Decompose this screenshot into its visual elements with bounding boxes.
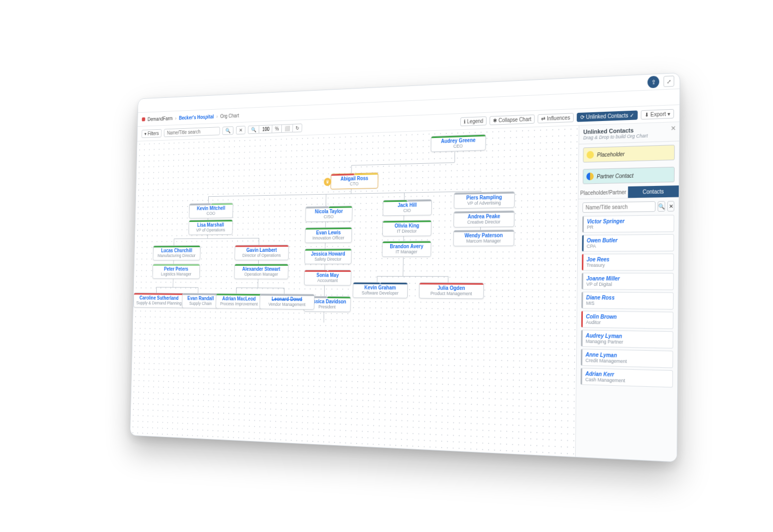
org-node-safety[interactable]: Jessica Howard Safety Director xyxy=(305,248,352,264)
export-button[interactable]: ⬇ Export ▾ xyxy=(641,109,674,119)
contact-card[interactable]: Owen ButlerCPA xyxy=(582,234,674,251)
org-node-swdev[interactable]: Kevin Graham Software Developer xyxy=(352,282,408,298)
contact-role: VP of Digital xyxy=(586,281,670,287)
org-node-ciso[interactable]: Nicola Taylor CISO xyxy=(305,205,352,222)
contact-card[interactable]: Colin BrownAuditor xyxy=(581,311,674,329)
influences-button[interactable]: ⇄ Influences xyxy=(538,112,574,123)
breadcrumb-sep: › xyxy=(175,115,177,120)
org-node-cto[interactable]: ♛ Abigail Ross CTO xyxy=(330,173,378,190)
org-node-supply-chain[interactable]: Evan Randall Supply Chain xyxy=(182,293,220,308)
org-node-innov[interactable]: Evan Lewis Innovation Officer xyxy=(305,227,352,243)
org-node-vp-adv[interactable]: Piers Rampling VP of Advertising xyxy=(454,191,515,209)
org-node-mfg-dir[interactable]: Lucas Churchill Manufacturing Director xyxy=(153,245,200,261)
search-icon: 🔍 xyxy=(251,126,256,132)
unlinked-contacts-button[interactable]: ⟳ Unlinked Contacts ✓ xyxy=(577,110,638,121)
org-node-process[interactable]: Adrian MacLeod Process Improvement xyxy=(215,293,262,309)
breadcrumb-page: Org Chart xyxy=(220,112,239,118)
drop-placeholder[interactable]: Placeholder xyxy=(583,145,675,163)
contact-card[interactable]: Anne LymanCredit Management xyxy=(581,349,673,368)
contact-name: Diane Ross xyxy=(586,294,669,301)
app-logo xyxy=(142,117,145,121)
contact-card[interactable]: Adrian KerrCash Management xyxy=(581,368,673,387)
unlinked-contacts-panel: Unlinked Contacts Drag & Drop to build O… xyxy=(575,122,679,462)
search-icon: 🔍 xyxy=(658,203,665,209)
contact-role: Auditor xyxy=(586,319,669,326)
breadcrumb-account[interactable]: Becker's Hospital xyxy=(179,113,214,120)
contact-card[interactable]: Joanne MillerVP of Digital xyxy=(582,272,674,290)
app-window: ⇪ ⤢ DemandFarm › Becker's Hospital › Org… xyxy=(130,72,680,462)
org-node-ceo[interactable]: Audrey Greene CEO xyxy=(431,134,486,152)
drop-partner-contact[interactable]: Partner Contact xyxy=(583,166,675,184)
zoom-control: 🔍 % ⬜ ↻ xyxy=(248,123,302,133)
org-node-coo[interactable]: Kevin Mitchell COO xyxy=(189,202,233,218)
collapse-chart-button[interactable]: ✱ Collapse Chart xyxy=(490,114,535,125)
contact-card[interactable]: Diane RossMIS xyxy=(581,291,674,310)
zoom-percent-label: % xyxy=(272,124,282,133)
org-node-cio[interactable]: Jack Hill CIO xyxy=(383,199,432,216)
partner-icon xyxy=(586,173,594,180)
contact-role: Treasury xyxy=(586,262,670,268)
sidebar-search-button[interactable]: 🔍 xyxy=(658,201,665,212)
search-icon: 🔍 xyxy=(225,127,230,133)
contact-card[interactable]: Audrey LymanManaging Partner xyxy=(581,330,673,348)
filters-button[interactable]: ▾ Filters xyxy=(142,129,162,138)
clear-search-button[interactable]: ✕ xyxy=(236,125,246,134)
search-button[interactable]: 🔍 xyxy=(223,126,234,134)
share-icon[interactable]: ⇪ xyxy=(647,76,659,88)
org-chart-canvas[interactable]: Audrey Greene CEO ♛ Abigail Ross CTO Kev… xyxy=(130,125,579,458)
contact-name: Victor Springer xyxy=(587,217,670,225)
org-node-creative-dir[interactable]: Andrea Peake Creative Director xyxy=(453,210,514,227)
tab-contacts[interactable]: Contacts xyxy=(628,185,679,198)
org-node-dir-ops[interactable]: Gavin Lambert Director of Operations xyxy=(234,245,289,260)
breadcrumb-sep: › xyxy=(216,113,218,119)
contact-card[interactable]: Victor SpringerPR xyxy=(582,215,675,233)
org-node-prodmgmt[interactable]: Julia Ogden Product Management xyxy=(419,282,484,299)
org-node-op-mgr[interactable]: Alexander Stewart Operation Manager xyxy=(234,264,288,279)
org-node-accountant[interactable]: Sonia May Accountant xyxy=(304,269,351,285)
sidebar-tabs: Placeholder/Partner Contacts xyxy=(578,185,679,199)
close-icon: ✕ xyxy=(239,127,243,132)
tab-placeholder-partner[interactable]: Placeholder/Partner xyxy=(578,186,628,199)
sidebar-search-input[interactable] xyxy=(582,201,656,212)
zoom-fit-button[interactable]: ⬜ xyxy=(281,124,293,132)
contact-role: MIS xyxy=(586,300,669,306)
expand-icon[interactable]: ⤢ xyxy=(663,75,674,87)
contact-name: Owen Butler xyxy=(587,237,670,244)
crown-icon: ♛ xyxy=(324,177,331,185)
org-node-logistics[interactable]: Peter Peters Logistics Manager xyxy=(153,264,200,279)
org-node-vendor[interactable]: Leonard Dowd Vendor Management xyxy=(260,294,315,310)
placeholder-icon xyxy=(586,151,594,159)
contact-name: Joe Rees xyxy=(586,256,670,262)
org-node-it-mgr[interactable]: Brandon Avery IT Manager xyxy=(382,241,431,257)
org-node-supply-plan[interactable]: Caroline Sutherland Supply & Demand Plan… xyxy=(133,293,185,308)
org-node-vp-ops[interactable]: Lisa Marshall VP of Operations xyxy=(189,219,233,235)
contact-card[interactable]: Joe ReesTreasury xyxy=(582,253,674,270)
org-node-it-dir[interactable]: Olivia King IT Director xyxy=(382,220,432,236)
contact-role: CPA xyxy=(586,243,670,248)
toolbar-search-input[interactable] xyxy=(164,126,220,136)
zoom-out-button[interactable]: 🔍 xyxy=(248,125,259,133)
zoom-value-input[interactable] xyxy=(259,124,273,133)
contact-name: Joanne Miller xyxy=(586,275,670,281)
zoom-reset-button[interactable]: ↻ xyxy=(292,123,302,132)
close-icon: ✕ xyxy=(668,203,673,209)
app-name: DemandFarm xyxy=(147,115,173,122)
contact-list: Victor SpringerPROwen ButlerCPAJoe ReesT… xyxy=(576,214,679,462)
close-icon[interactable]: ✕ xyxy=(670,124,676,132)
legend-button[interactable]: ℹ Legend xyxy=(460,116,487,126)
org-node-marcom[interactable]: Wendy Paterson Marcom Manager xyxy=(453,229,514,246)
sidebar-search-clear[interactable]: ✕ xyxy=(667,201,675,212)
